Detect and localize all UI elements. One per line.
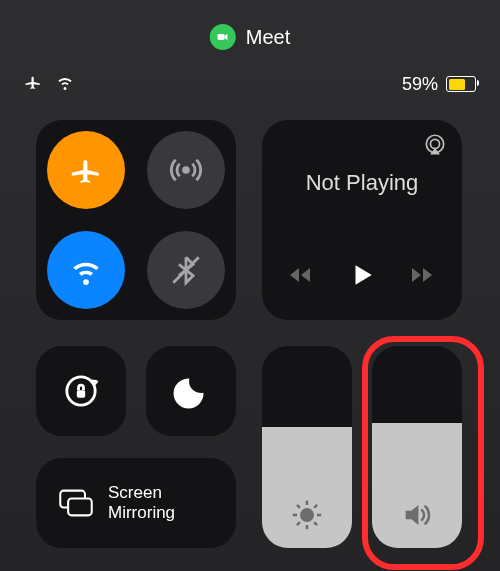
screen-mirroring-button[interactable]: Screen Mirroring [36, 458, 236, 548]
play-button[interactable] [349, 260, 375, 294]
airplay-icon[interactable] [422, 132, 448, 162]
wifi-toggle[interactable] [47, 231, 125, 309]
svg-line-16 [297, 522, 300, 525]
svg-line-14 [297, 505, 300, 508]
active-app-name: Meet [246, 26, 290, 49]
fast-forward-button[interactable] [409, 265, 435, 289]
camera-active-icon [210, 24, 236, 50]
orientation-lock-toggle[interactable] [36, 346, 126, 436]
svg-rect-6 [77, 390, 85, 398]
svg-line-17 [314, 505, 317, 508]
airplane-mode-status-icon [24, 73, 42, 95]
svg-line-15 [314, 522, 317, 525]
cellular-data-toggle[interactable] [147, 131, 225, 209]
volume-slider[interactable] [372, 346, 462, 548]
brightness-icon [262, 498, 352, 532]
connectivity-tile [36, 120, 236, 320]
media-tile[interactable]: Not Playing [262, 120, 462, 320]
screen-mirroring-label: Screen Mirroring [108, 483, 175, 522]
svg-point-4 [430, 139, 439, 148]
do-not-disturb-toggle[interactable] [146, 346, 236, 436]
bluetooth-toggle[interactable] [147, 231, 225, 309]
status-bar: 59% [0, 72, 500, 96]
now-playing-text: Not Playing [262, 170, 462, 196]
svg-point-9 [301, 509, 312, 520]
airplane-mode-toggle[interactable] [47, 131, 125, 209]
rewind-button[interactable] [289, 265, 315, 289]
active-app-pill[interactable]: Meet [210, 24, 290, 50]
brightness-slider[interactable] [262, 346, 352, 548]
svg-rect-8 [68, 499, 92, 516]
wifi-status-icon [56, 73, 74, 95]
screen-mirroring-icon [58, 488, 94, 518]
svg-rect-0 [218, 34, 225, 40]
svg-point-1 [184, 168, 189, 173]
battery-icon [446, 76, 476, 92]
volume-icon [372, 498, 462, 532]
battery-percent-text: 59% [402, 74, 438, 95]
